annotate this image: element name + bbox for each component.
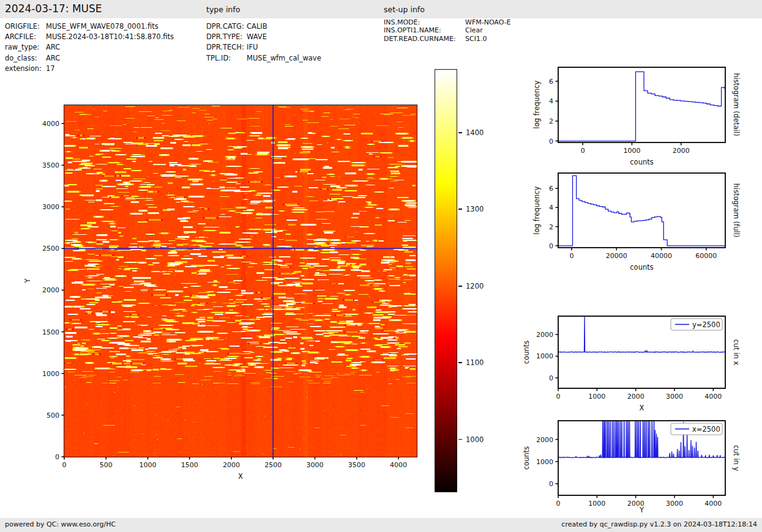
svg-text:y=2500: y=2500 [692, 320, 720, 329]
svg-text:60000: 60000 [695, 252, 717, 260]
do-class-row: do_class:ARC [5, 53, 174, 64]
hist-detail-side-label: histogram (detail) [732, 73, 741, 136]
setup-info-block: INS.MODE:WFM-NOAO-E INS.OPTI1.NAME:Clear… [384, 18, 511, 43]
svg-text:0: 0 [556, 393, 561, 401]
dpr-type-label: DPR.TYPE: [206, 32, 247, 42]
colorbar-tick-label: 1100 [466, 358, 484, 367]
det-read-row: DET.READ.CURNAME:SCI1.0 [384, 35, 511, 43]
dpr-catg-row: DPR.CATG:CALIB [206, 21, 321, 32]
main-y-axis-label: Y [23, 278, 32, 283]
svg-text:4: 4 [549, 204, 553, 212]
extension-row: extension:17 [5, 64, 174, 74]
ins-mode-label: INS.MODE: [384, 18, 465, 26]
cut-x-y-axis-label: counts [522, 341, 531, 364]
svg-text:0: 0 [549, 242, 553, 250]
colorbar [435, 69, 457, 492]
svg-text:6: 6 [549, 185, 553, 193]
svg-text:2000: 2000 [536, 331, 553, 339]
cut-y-side-label: cut in y [732, 445, 741, 471]
arcfile-label: ARCFILE: [5, 32, 46, 42]
svg-text:3000: 3000 [666, 393, 683, 401]
hist-detail-y-axis-label: log frequency [532, 81, 541, 129]
svg-text:2000: 2000 [627, 393, 644, 401]
svg-text:1000: 1000 [536, 458, 553, 466]
file-info-block: ORIGFILE:MUSE_WFM_WAVE078_0001.fits ARCF… [5, 21, 174, 74]
cut-x-side-label: cut in x [732, 339, 741, 366]
type-info-section-title: type info [206, 5, 240, 14]
svg-text:1000: 1000 [536, 352, 553, 360]
origfile-value: MUSE_WFM_WAVE078_0001.fits [46, 22, 159, 31]
ins-opti1-row: INS.OPTI1.NAME:Clear [384, 26, 511, 34]
raw-image-canvas [64, 105, 417, 457]
tpl-id-row: TPL.ID:MUSE_wfm_cal_wave [206, 53, 321, 64]
svg-text:0: 0 [55, 453, 59, 461]
raw-type-value: ARC [46, 43, 60, 51]
cut-y-y-axis-label: counts [522, 446, 531, 470]
ins-opti1-value: Clear [465, 26, 483, 34]
colorbar-tick [458, 362, 462, 363]
svg-text:6: 6 [549, 78, 553, 86]
hist-full-y-axis-label: log frequency [532, 187, 541, 235]
svg-text:0: 0 [62, 461, 67, 469]
svg-text:x=2500: x=2500 [692, 425, 720, 434]
colorbar-tick [458, 209, 462, 210]
svg-text:0: 0 [569, 252, 573, 260]
dpr-tech-label: DPR.TECH: [206, 42, 247, 53]
footer-created-by: created by qc_rawdisp.py v1.2.3 on 2024-… [561, 520, 757, 528]
dpr-catg-label: DPR.CATG: [206, 21, 247, 32]
footer-powered-by: powered by QC: www.eso.org/HC [5, 520, 116, 528]
svg-text:2000: 2000 [673, 147, 690, 155]
svg-text:2000: 2000 [536, 436, 553, 444]
svg-text:40000: 40000 [651, 252, 672, 260]
det-read-label: DET.READ.CURNAME: [384, 35, 465, 43]
dpr-type-row: DPR.TYPE:WAVE [206, 32, 321, 42]
svg-text:4000: 4000 [42, 120, 59, 128]
svg-text:counts: counts [630, 263, 653, 272]
extension-label: extension: [5, 64, 46, 74]
svg-text:500: 500 [47, 412, 59, 419]
svg-text:0: 0 [549, 480, 553, 488]
svg-text:counts: counts [630, 158, 653, 166]
svg-text:2000: 2000 [223, 461, 240, 469]
svg-text:2: 2 [549, 117, 553, 125]
svg-text:3000: 3000 [42, 203, 59, 211]
svg-text:1000: 1000 [139, 461, 156, 469]
type-info-block: DPR.CATG:CALIB DPR.TYPE:WAVE DPR.TECH:IF… [206, 21, 321, 64]
svg-text:3000: 3000 [306, 461, 323, 469]
det-read-value: SCI1.0 [465, 35, 487, 43]
arcfile-value: MUSE.2024-03-18T10:41:58.870.fits [46, 32, 174, 41]
tpl-id-label: TPL.ID: [206, 53, 247, 64]
svg-text:0: 0 [549, 138, 553, 146]
dpr-catg-value: CALIB [247, 22, 267, 31]
svg-text:3500: 3500 [42, 161, 59, 169]
page-title: 2024-03-17: MUSE [5, 2, 102, 15]
do-class-value: ARC [46, 54, 60, 62]
arcfile-row: ARCFILE:MUSE.2024-03-18T10:41:58.870.fit… [5, 32, 174, 42]
svg-text:2500: 2500 [264, 461, 282, 469]
colorbar-tick [458, 439, 462, 440]
svg-text:4: 4 [549, 97, 553, 105]
colorbar-tick [458, 132, 462, 133]
origfile-label: ORIGFILE: [5, 21, 46, 32]
svg-text:0: 0 [556, 500, 561, 508]
svg-text:1500: 1500 [181, 461, 198, 469]
svg-text:4000: 4000 [704, 500, 722, 508]
tpl-id-value: MUSE_wfm_cal_wave [247, 54, 321, 62]
svg-text:3500: 3500 [348, 461, 365, 469]
dpr-tech-row: DPR.TECH:IFU [206, 42, 321, 53]
svg-text:2: 2 [549, 223, 553, 231]
setup-info-section-title: set-up info [384, 5, 425, 14]
svg-text:4000: 4000 [390, 461, 407, 469]
colorbar-tick-label: 1300 [466, 205, 484, 213]
dpr-type-value: WAVE [247, 32, 267, 41]
hist-full-side-label: histogram (full) [732, 183, 741, 238]
svg-text:0: 0 [549, 374, 553, 382]
origfile-row: ORIGFILE:MUSE_WFM_WAVE078_0001.fits [5, 21, 174, 32]
svg-text:1000: 1000 [42, 370, 59, 378]
svg-text:1000: 1000 [588, 393, 605, 401]
svg-text:Y: Y [639, 506, 644, 514]
colorbar-tick [458, 286, 462, 287]
svg-text:1000: 1000 [588, 500, 605, 508]
ins-mode-value: WFM-NOAO-E [465, 18, 511, 26]
svg-text:X: X [238, 472, 243, 481]
